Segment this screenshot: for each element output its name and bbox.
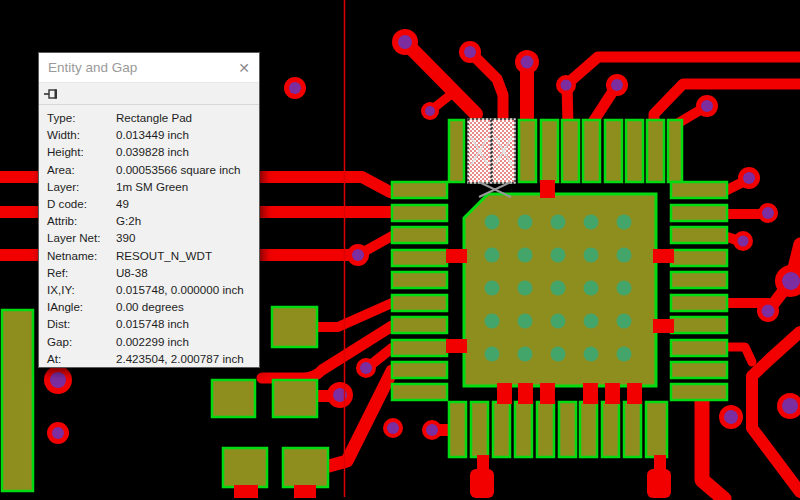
cam-viewer-window: Entity and Gap ✕ Type:Rectangle Pad Widt… [0,0,800,500]
property-row: At:2.423504, 2.000787 inch [39,350,259,367]
property-row: Gap:0.002299 inch [39,332,259,349]
close-icon[interactable]: ✕ [238,61,250,75]
chip-center-pad [464,194,656,386]
property-row: IAngle:0.00 degrees [39,298,259,315]
property-row: Layer:1m SM Green [39,178,259,195]
property-row: Height:0.039828 inch [39,143,259,160]
pin-icon[interactable] [44,88,60,100]
selected-pad-highlight[interactable] [468,119,515,183]
property-row: Ref:U8-38 [39,264,259,281]
dialog-titlebar[interactable]: Entity and Gap ✕ [39,53,259,83]
property-row: IX,IY:0.015748, 0.000000 inch [39,281,259,298]
property-row: Dist:0.015748 inch [39,315,259,332]
property-row: Attrib:G:2h [39,212,259,229]
property-row: D code:49 [39,195,259,212]
dialog-toolbar [39,83,259,105]
dialog-title: Entity and Gap [48,60,137,75]
property-row: Width:0.013449 inch [39,126,259,143]
property-list: Type:Rectangle Pad Width:0.013449 inch H… [39,105,259,367]
property-row: Layer Net:390 [39,229,259,246]
property-row: Type:Rectangle Pad [39,109,259,126]
property-row: Netname:RESOUT_N_WDT [39,247,259,264]
entity-and-gap-dialog: Entity and Gap ✕ Type:Rectangle Pad Widt… [38,52,260,368]
property-row: Area:0.00053566 square inch [39,161,259,178]
